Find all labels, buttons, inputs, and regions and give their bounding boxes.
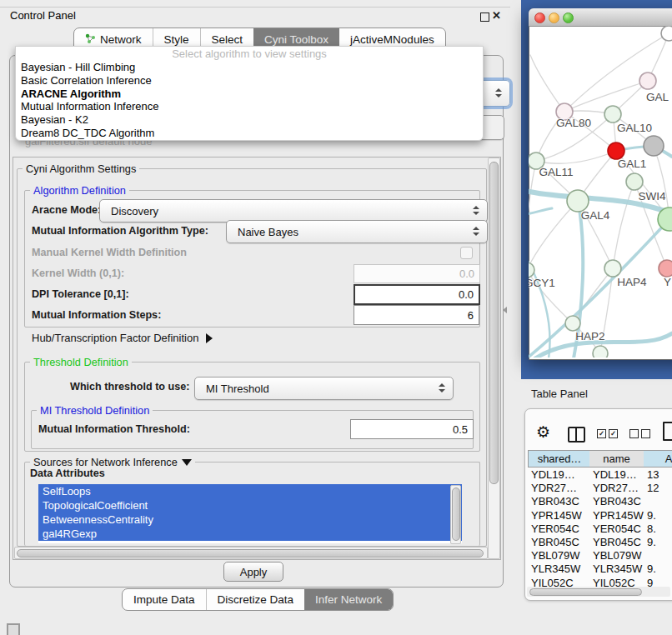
list-scrollbar[interactable] <box>450 485 461 544</box>
table-cell[interactable]: YLR345W <box>531 562 580 575</box>
column-header-3[interactable]: A <box>644 450 672 468</box>
mi-threshold-field[interactable]: 0.5 <box>350 419 474 439</box>
apply-button[interactable]: Apply <box>223 562 283 582</box>
algorithm-option[interactable]: Bayesian - K2 <box>16 113 483 127</box>
sources-legend[interactable]: Sources for Network Inference <box>30 456 195 468</box>
algorithm-dropdown-popup: Select algorithm to view settings Bayesi… <box>15 46 484 141</box>
deselect-all-checkbox-icon[interactable] <box>629 429 639 438</box>
table-cell[interactable]: YDL19… <box>531 468 575 481</box>
which-threshold-combo[interactable]: MI Threshold <box>194 377 454 400</box>
table-cell[interactable]: YBR043C <box>531 495 579 508</box>
network-node-gal1[interactable] <box>608 142 624 159</box>
table-hscrollbar-thumb[interactable] <box>529 588 642 596</box>
table-cell[interactable]: YER054C <box>593 522 641 535</box>
table-cell[interactable]: YPR145W <box>593 509 644 522</box>
tab-label: Select <box>212 33 243 46</box>
network-node-hap4[interactable] <box>604 260 621 277</box>
table-cell[interactable]: YBR045C <box>593 536 641 548</box>
splitter-collapse-icon[interactable] <box>503 307 507 313</box>
network-node-gcy1[interactable] <box>529 262 534 278</box>
table-cell[interactable]: YDR27… <box>531 482 577 494</box>
table-cell[interactable]: YER054C <box>531 522 579 535</box>
settings-vscrollbar[interactable] <box>488 158 500 559</box>
cyni-settings-legend: Cyni Algorithm Settings <box>23 162 139 175</box>
zoom-window-icon[interactable] <box>563 12 574 23</box>
algorithm-option[interactable]: Basic Correlation Inference <box>16 74 483 88</box>
algorithm-option[interactable]: ARACNE Algorithm <box>16 88 483 101</box>
combo-arrows-icon <box>473 227 479 237</box>
tab-label: Infer Network <box>315 593 382 606</box>
table-cell[interactable]: 9. <box>647 509 656 522</box>
mi-type-combo[interactable]: Naive Bayes <box>226 220 488 243</box>
table-cell[interactable]: YDR27… <box>593 482 639 494</box>
network-node-gal10[interactable] <box>604 106 621 122</box>
combo-arrows-icon <box>495 88 502 98</box>
node-label-y: Y <box>664 276 671 288</box>
tab-label: Network <box>100 33 142 46</box>
list-scrollbar-thumb[interactable] <box>452 488 460 541</box>
network-node[interactable] <box>661 26 672 41</box>
minimize-window-icon[interactable] <box>549 12 559 23</box>
table-cell[interactable]: YBR043C <box>593 495 641 508</box>
network-node[interactable] <box>593 346 608 358</box>
node-label-hap2: HAP2 <box>575 330 604 342</box>
table-cell[interactable]: YLR345W <box>593 562 642 575</box>
table-cell[interactable]: YBL079W <box>531 549 580 562</box>
mi-threshold-legend: MI Threshold Definition <box>37 404 153 417</box>
table-cell[interactable]: 9. <box>647 536 656 548</box>
table-cell[interactable]: YBL079W <box>593 549 642 562</box>
attribute-list-item[interactable]: TopologicalCoefficient <box>38 498 462 512</box>
collapsed-panel-button[interactable] <box>7 623 20 635</box>
table-cell[interactable]: YPR145W <box>531 509 582 522</box>
kernel-width-field[interactable]: 0.0 <box>354 264 480 283</box>
attribute-list-item[interactable]: gal4RGexp <box>38 527 462 541</box>
select-all-checkbox-icon[interactable]: ✓ <box>609 429 618 438</box>
table-hscrollbar[interactable] <box>527 587 670 597</box>
tab-discretize-data[interactable]: Discretize Data <box>206 589 305 610</box>
close-window-icon[interactable] <box>534 12 545 23</box>
table-cell[interactable]: 12 <box>647 482 659 494</box>
split-columns-icon[interactable] <box>568 427 585 442</box>
node-label-gal10: GAL10 <box>617 122 652 134</box>
mi-steps-field[interactable]: 6 <box>354 305 479 325</box>
node-label-gal11: GAL11 <box>539 166 573 178</box>
control-panel-title: Control Panel <box>10 9 76 22</box>
algorithm-option[interactable]: Mutual Information Inference <box>16 100 483 113</box>
select-all-checkbox-icon[interactable]: ✓ <box>597 429 606 438</box>
settings-vscrollbar-thumb[interactable] <box>489 162 499 484</box>
table-cell[interactable]: YDL19… <box>593 468 637 481</box>
new-table-icon[interactable] <box>663 422 672 441</box>
deselect-all-checkbox-icon[interactable] <box>641 429 650 438</box>
table-cell[interactable]: YBR045C <box>531 536 579 548</box>
aracne-mode-combo[interactable]: Discovery <box>99 199 488 222</box>
attribute-list-item[interactable]: SelfLoops <box>38 484 462 498</box>
network-node-swi4[interactable] <box>626 173 643 190</box>
network-node-gal[interactable] <box>639 72 656 89</box>
table-cell[interactable]: 9. <box>647 562 656 575</box>
network-node-hap2[interactable] <box>565 316 580 331</box>
column-header-2[interactable]: name <box>589 450 644 468</box>
hub-definition-expander[interactable]: Hub/Transcription Factor Definition <box>32 332 213 344</box>
network-node-y[interactable] <box>659 260 672 277</box>
column-header-1[interactable]: shared… <box>528 450 591 468</box>
dpi-tolerance-label: DPI Tolerance [0,1]: <box>32 288 129 300</box>
close-panel-icon[interactable]: ✕ <box>492 9 501 22</box>
gear-icon[interactable]: ⚙ <box>536 422 550 442</box>
attribute-list-item[interactable]: BetweennessCentrality <box>38 512 462 527</box>
tab-label: Impute Data <box>133 593 195 606</box>
mi-threshold-label: Mutual Information Threshold: <box>38 423 190 435</box>
settings-hscrollbar[interactable] <box>14 547 488 559</box>
network-node[interactable] <box>644 136 664 156</box>
table-cell[interactable]: 8. <box>647 522 656 535</box>
manual-kernel-label: Manual Kernel Width Definition <box>32 247 187 258</box>
table-cell[interactable]: 13 <box>647 468 659 481</box>
algorithm-option[interactable]: Dream8 DC_TDC Algorithm <box>16 127 483 140</box>
network-canvas[interactable]: GALGAL80GAL10GAL1GAL11SWI4GAL4GCY1HAP4YH… <box>529 26 672 358</box>
algorithm-option[interactable]: Bayesian - Hill Climbing <box>16 61 483 74</box>
dpi-tolerance-field[interactable]: 0.0 <box>354 284 480 305</box>
manual-kernel-checkbox[interactable] <box>460 247 473 259</box>
tab-impute-data[interactable]: Impute Data <box>123 589 206 610</box>
tab-infer-network[interactable]: Infer Network <box>304 589 393 610</box>
settings-hscrollbar-thumb[interactable] <box>17 549 484 558</box>
float-panel-icon[interactable] <box>480 12 489 22</box>
